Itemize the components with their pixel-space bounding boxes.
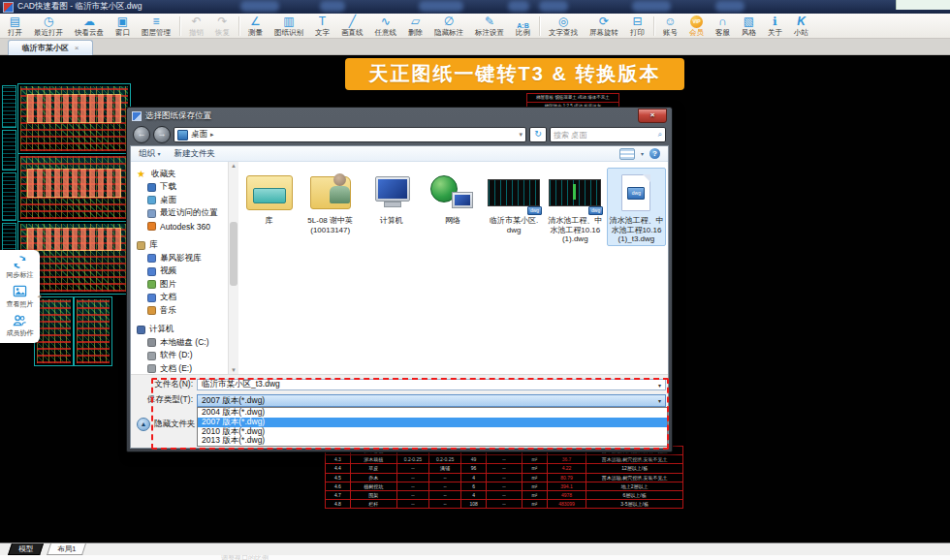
toolbar-button-erase-icon[interactable]: ▱删除 [402,15,428,38]
breadcrumb-caret-icon[interactable]: ▸ [210,131,214,139]
toolbar-button-markup-settings-icon[interactable]: ✎标注设置 [469,15,510,38]
toolbar-button-label: 屏幕旋转 [589,28,618,37]
toolbar-button-open-icon[interactable]: ▤打开 [2,15,28,38]
tree-item-文档[interactable]: 文档 [131,292,228,305]
drawing-thumbnail[interactable] [17,153,131,222]
toolbar-button-drawing-ocr-icon[interactable]: ▥图纸识别 [269,15,309,38]
promo-banner[interactable]: 天正图纸一键转T3 & 转换版本 [345,58,684,90]
scroll-up-icon[interactable]: ▲ [229,162,238,171]
view-photos-button[interactable]: 查看照片 [7,284,34,309]
toolbar-button-cloud-drive-icon[interactable]: ☁快看云盘 [69,15,110,38]
toolbar-button-label: 撤销 [189,28,204,37]
file-item-计算机[interactable]: 计算机 [362,168,421,228]
cad-table-cell: -- [429,473,461,482]
toolbar-button-rotate-screen-icon[interactable]: ⟳屏幕旋转 [584,15,624,38]
breadcrumb-location[interactable]: 桌面 [191,129,207,140]
about-icon: ℹ [773,16,777,28]
view-mode-icon[interactable] [619,148,635,160]
toolbar-button-about-icon[interactable]: ℹ关于 [762,15,788,38]
toolbar-button-label: 风格 [742,28,756,37]
dialog-close-button[interactable]: × [638,109,667,123]
tree-item-下载[interactable]: 下载 [131,181,228,195]
file-list: 库5L-08 谢中英(10013147)计算机网络dwg临沂市某小区.dwgdw… [239,162,666,375]
file-item-临沂市某小区.dwg[interactable]: dwg临沂市某小区.dwg [485,168,544,236]
file-item-清水池工程、中水池工程10.16(1)_t3.dwg[interactable]: dwg清水池工程、中水池工程10.16(1)_t3.dwg [607,168,666,246]
tree-item-Autodesk 360[interactable]: Autodesk 360 [131,220,228,233]
drawing-thumbnail[interactable] [34,296,74,366]
toolbar-button-draw-line-icon[interactable]: ╱画直线 [335,15,369,38]
toolbar-button-label: 画直线 [341,28,364,37]
breadcrumb[interactable]: 桌面 ▸ ▾ [174,127,526,142]
cad-table-cell: 483099 [547,500,586,509]
tree-item-label: Autodesk 360 [160,222,210,232]
toolbar-button-find-text-icon[interactable]: ◎文字查找 [543,15,584,38]
panel-collapse-icon[interactable]: ◂ [37,293,41,300]
toolbar-button-account-icon[interactable]: ☺账号 [657,15,683,38]
tree-scrollbar[interactable]: ▲ ▼ [228,162,238,375]
toolbar-button-recent-open-icon[interactable]: ◷最近打开 [28,15,69,38]
toolbar-button-site-icon[interactable]: K小站 [788,15,814,38]
tree-item-桌面[interactable]: 桌面 [131,194,228,207]
tree-group-label: 计算机 [149,324,174,335]
tree-item-本地磁盘 (C:)[interactable]: 本地磁盘 (C:) [131,336,228,350]
file-item-库[interactable]: 库 [239,168,299,228]
toolbar-button-text-icon[interactable]: T文字 [309,15,335,38]
toolbar-button-layer-manager-icon[interactable]: ≡图层管理 [136,15,176,38]
toolbar-button-measure-icon[interactable]: ∠测量 [242,15,269,38]
drawing-thumbnail[interactable] [17,83,131,154]
cad-table-cell: m² [522,500,547,509]
toolbar-button-window-icon[interactable]: ▣窗口 [110,15,136,38]
tree-item-最近访问的位置[interactable]: 最近访问的位置 [131,207,228,221]
address-dropdown-icon[interactable]: ▾ [519,131,522,139]
organize-menu[interactable]: 组织 ▾ [139,148,160,160]
tree-item-音乐[interactable]: 音乐 [131,304,228,318]
cad-table-cell: m² [522,482,547,490]
application-window: CAD快速看图 - 临沂市某小区.dwg ▤打开◷最近打开☁快看云盘▣窗口≡图层… [0,0,950,560]
toolbar-button-scale-icon[interactable]: A:B比例 [510,15,536,38]
scrollbar-thumb[interactable] [230,222,238,286]
toolbar-button-freehand-line-icon[interactable]: ∿任意线 [369,15,403,38]
help-icon[interactable]: ? [649,148,660,159]
tree-item-label: 下载 [160,181,176,193]
tree-item-label: 本地磁盘 (C:) [160,337,209,349]
layout-tab-布局1[interactable]: 布局1 [47,544,86,555]
back-button[interactable]: ← [133,126,150,143]
cad-table-cell: -- [396,500,428,509]
toolbar-button-vip-icon[interactable]: VIP会员 [683,15,710,38]
thumbnail-mini[interactable] [2,130,16,171]
dwg-badge: dwg [588,206,603,215]
tree-group-收藏夹[interactable]: ★收藏夹 [131,168,228,181]
tree-group-计算机[interactable]: 计算机 [131,324,228,337]
layout-tab-模型[interactable]: 模型 [8,544,44,555]
toolbar-button-support-icon[interactable]: ∩客服 [710,15,736,38]
tree-item-视频[interactable]: 视频 [131,265,228,279]
tab-close-icon[interactable]: × [75,44,79,52]
view-mode-caret-icon[interactable]: ▾ [641,150,644,157]
thumbnail-mini[interactable] [2,172,16,221]
new-folder-button[interactable]: 新建文件夹 [174,148,215,160]
document-tab[interactable]: 临沂市某小区 × [8,40,93,55]
drawing-thumbnail[interactable] [74,296,112,366]
tree-item-软件 (D:)[interactable]: 软件 (D:) [131,350,228,363]
thumbnail-mini[interactable] [2,85,16,128]
tree-item-图片[interactable]: 图片 [131,278,228,292]
search-input[interactable]: 搜索 桌面 ⌕ [550,127,666,142]
file-item-网络[interactable]: 网络 [423,168,482,228]
app-icon [3,2,14,13]
dialog-title-bar[interactable]: 选择图纸保存位置 × [127,108,672,124]
main-toolbar: ▤打开◷最近打开☁快看云盘▣窗口≡图层管理↶撤销↷恢复∠测量▥图纸识别T文字╱画… [0,14,950,39]
refresh-button[interactable]: ↻ [529,127,547,142]
member-collab-button[interactable]: 成员协作 [7,313,34,338]
redo-icon: ↷ [217,16,227,28]
toolbar-button-style-icon[interactable]: ▧风格 [736,15,762,38]
tree-item-暴风影视库[interactable]: 暴风影视库 [131,252,228,265]
sync-markup-button[interactable]: 同步标注 [7,255,34,280]
toolbar-button-print-icon[interactable]: ⊟打印 [624,15,650,38]
dialog-command-bar: 组织 ▾ 新建文件夹 ▾ ? [131,146,668,162]
tree-group-库[interactable]: 库 [131,239,228,253]
toolbar-button-hide-markup-icon[interactable]: ∅隐藏标注 [428,15,469,38]
site-icon: K [797,16,806,28]
forward-button[interactable]: → [153,126,171,143]
file-item-清水池工程、中水池工程10.16(1).dwg[interactable]: dwg清水池工程、中水池工程10.16(1).dwg [546,168,605,246]
file-item-5L-08 谢中英(10013147)[interactable]: 5L-08 谢中英(10013147) [301,168,360,236]
